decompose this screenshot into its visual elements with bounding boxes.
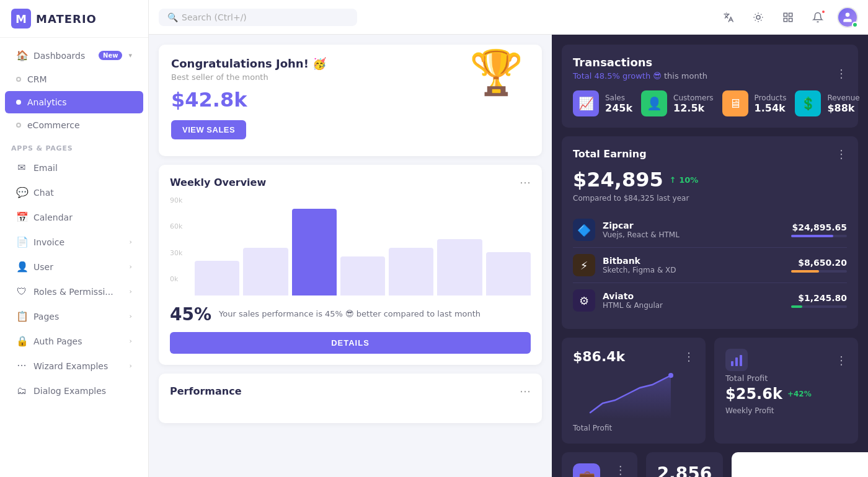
invoice-chevron: › (130, 238, 132, 246)
bell-button[interactable] (807, 7, 828, 28)
congrats-card: Congratulations John! 🥳 Best seller of t… (159, 45, 542, 156)
sidebar-item-ecommerce[interactable]: eCommerce (5, 114, 143, 136)
email-icon: ✉ (16, 162, 27, 173)
profit-row: $86.4k ⋮ (562, 338, 858, 444)
trophy-icon: 🏆 (469, 51, 523, 94)
performance-header: Performance ⋯ (170, 385, 531, 398)
chart-bars (195, 209, 531, 295)
profit-chart-value: $86.4k (573, 349, 625, 364)
sidebar-item-user[interactable]: 👤 User › (5, 255, 143, 279)
y-label-30k: 30k (170, 249, 182, 257)
y-label-90k: 90k (170, 196, 182, 204)
products-icon: 🖥 (722, 90, 748, 116)
transactions-menu-button[interactable]: ⋮ (836, 67, 847, 80)
sidebar-item-auth[interactable]: 🔒 Auth Pages › (5, 329, 143, 353)
user-icon: 👤 (16, 261, 27, 273)
nav-label-ecommerce: eCommerce (27, 120, 132, 130)
chart-yaxis: 90k 60k 30k 0k (170, 196, 182, 283)
sun-button[interactable] (748, 7, 769, 28)
bitbank-amount: $8,650.20 (791, 258, 847, 268)
total-profit-chart-card: $86.4k ⋮ (562, 338, 706, 444)
chart-bar (486, 252, 531, 295)
svg-point-6 (668, 373, 673, 378)
sidebar-logo: M MATERIO (0, 0, 148, 38)
avatar-wrap[interactable] (837, 7, 858, 28)
sidebar-item-dashboards[interactable]: 🏠 Dashboards New ▾ (5, 43, 143, 68)
search-placeholder: Search (Ctrl+/) (182, 12, 247, 22)
customers-icon: 👤 (641, 90, 667, 116)
sidebar-item-calendar[interactable]: 📅 Calendar (5, 205, 143, 229)
weekly-card-header: Weekly Overview ⋯ (170, 176, 531, 189)
aviato-amount-wrap: $1,245.80 (791, 293, 847, 308)
view-sales-button[interactable]: VIEW SALES (171, 120, 246, 139)
svg-rect-10 (740, 355, 742, 366)
mini-bar-card: 2,856 (646, 452, 724, 477)
grid-button[interactable] (777, 7, 799, 28)
sidebar-item-pages[interactable]: 📋 Pages › (5, 304, 143, 328)
earning-growth: ↑ 10% (670, 175, 699, 185)
aviato-fill (791, 305, 802, 308)
details-button[interactable]: DETAILS (170, 332, 531, 354)
stat-products: 🖥 Products 1.54k (722, 90, 787, 116)
aviato-amount: $1,245.80 (791, 293, 847, 303)
transactions-title: Transactions (573, 56, 707, 69)
zipcar-bar (791, 235, 847, 237)
profit-right-change: +42% (787, 390, 812, 398)
nav-label-invoice: Invoice (33, 237, 123, 247)
sidebar-item-dialog[interactable]: 🗂 Dialog Examples (5, 379, 143, 403)
tx-row-zipcar: 🔷 Zipcar Vuejs, React & HTML $24,895.65 (573, 212, 847, 248)
performance-card: Performance ⋯ (159, 374, 542, 423)
svg-rect-1 (784, 13, 787, 16)
new-badge: New (99, 51, 122, 60)
nav-label-pages: Pages (33, 312, 123, 322)
tx-row-bitbank: ⚡ Bitbank Sketch, Figma & XD $8,650.20 (573, 248, 847, 283)
profit-chart-menu[interactable]: ⋮ (683, 350, 694, 363)
sales-label: Sales (605, 94, 632, 102)
profit-line-chart (573, 369, 694, 419)
aviato-sub: HTML & Angular (603, 301, 663, 310)
svg-rect-3 (784, 18, 787, 21)
bitbank-amount-wrap: $8,650.20 (791, 258, 847, 273)
nav-label-wizard: Wizard Examples (33, 361, 123, 371)
weekly-summary: Your sales performance is 45% 😎 better c… (219, 309, 480, 320)
sidebar-item-roles[interactable]: 🛡 Roles & Permissi... › (5, 279, 143, 304)
nav-label-roles: Roles & Permissi... (33, 287, 123, 297)
customers-value: 12.5k (673, 102, 714, 114)
weekly-title: Weekly Overview (170, 177, 266, 188)
sidebar-item-email[interactable]: ✉ Email (5, 155, 143, 180)
earning-menu-button[interactable]: ⋮ (836, 147, 847, 160)
sidebar-item-chat[interactable]: 💬 Chat (5, 180, 143, 204)
customers-label: Customers (673, 94, 714, 102)
y-label-60k: 60k (170, 222, 182, 230)
profit-chart-area (573, 369, 694, 419)
zipcar-name: Zipcar (603, 221, 680, 230)
translate-button[interactable] (718, 7, 739, 28)
dialog-icon: 🗂 (16, 385, 27, 396)
transactions-sub: Total 48.5% growth 😎 this month (573, 71, 707, 81)
sidebar-item-crm[interactable]: CRM (5, 68, 143, 90)
sidebar-item-analytics[interactable]: Analytics (5, 91, 143, 113)
nav-label-email: Email (33, 163, 132, 173)
invoice-icon: 📄 (16, 236, 27, 248)
search-icon: 🔍 (167, 12, 178, 22)
topbar-right (718, 7, 858, 28)
bottom-row: 💼 ⋮ New Project 862 -18% Yearly Project … (562, 452, 858, 477)
pages-chevron: › (130, 312, 132, 320)
main-area: 🔍 Search (Ctrl+/) (149, 0, 868, 477)
sales-value: 245k (605, 102, 632, 114)
profit-info-menu[interactable]: ⋮ (836, 354, 847, 367)
wizard-chevron: › (130, 362, 132, 370)
chart-bar (437, 239, 482, 295)
performance-menu-button[interactable]: ⋯ (520, 385, 531, 398)
weekly-overview-card: Weekly Overview ⋯ 90k 60k 30k 0k 45% You… (159, 165, 542, 365)
weekly-menu-button[interactable]: ⋯ (520, 176, 531, 189)
nav-label-calendar: Calendar (33, 212, 132, 222)
weekly-chart: 90k 60k 30k 0k (170, 196, 531, 295)
chevron-icon: ▾ (128, 51, 132, 59)
tx-stats-row: 📈 Sales 245k 👤 Customers 12.5k (573, 90, 847, 116)
sidebar-item-wizard[interactable]: ··· Wizard Examples › (5, 354, 143, 378)
project-menu[interactable]: ⋮ (615, 463, 626, 476)
zipcar-amount: $24,895.65 (791, 222, 847, 232)
search-box[interactable]: 🔍 Search (Ctrl+/) (159, 9, 357, 26)
sidebar-item-invoice[interactable]: 📄 Invoice › (5, 230, 143, 254)
